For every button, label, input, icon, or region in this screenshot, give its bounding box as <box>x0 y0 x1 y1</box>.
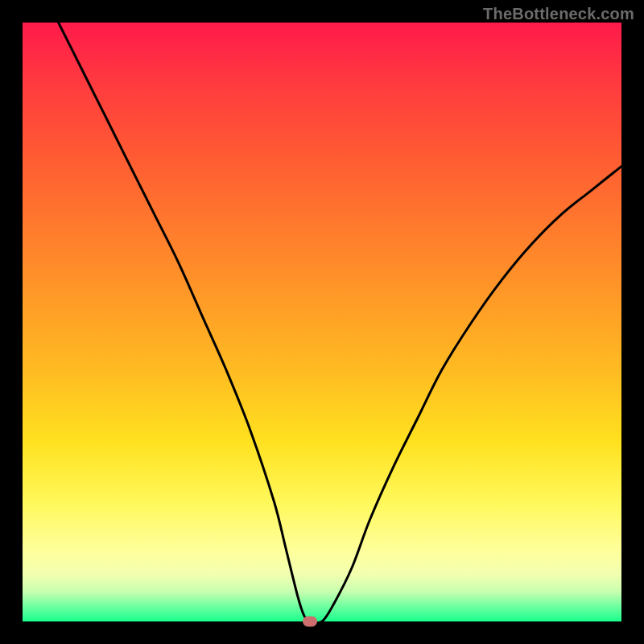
watermark-text: TheBottleneck.com <box>483 5 634 23</box>
chart-frame: TheBottleneck.com <box>0 0 644 644</box>
plot-area <box>23 23 621 621</box>
optimal-point-marker <box>303 617 317 627</box>
curve-path <box>59 23 621 623</box>
bottleneck-curve <box>23 23 621 621</box>
